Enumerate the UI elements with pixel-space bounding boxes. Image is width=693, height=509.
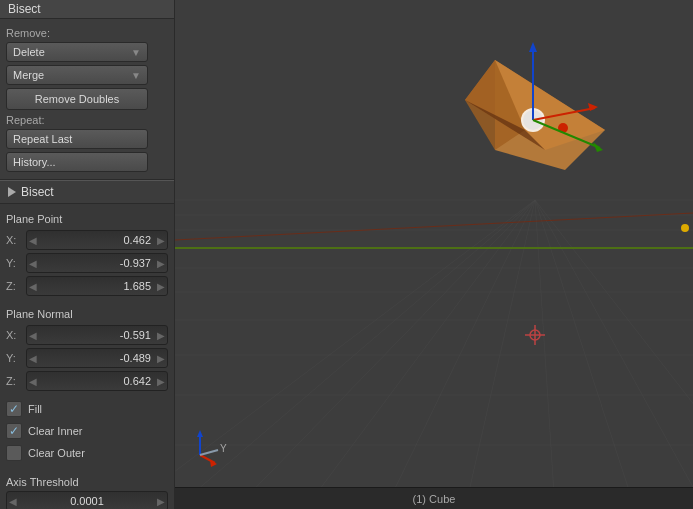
status-text: (1) Cube bbox=[413, 493, 456, 505]
nz-label: Z: bbox=[6, 375, 26, 387]
py-value: -0.937 bbox=[120, 257, 151, 269]
svg-rect-0 bbox=[175, 0, 693, 509]
pz-label: Z: bbox=[6, 280, 26, 292]
nz-input[interactable]: 0.642 bbox=[26, 371, 168, 391]
delete-dropdown[interactable]: Delete ▼ bbox=[6, 42, 148, 62]
px-value: 0.462 bbox=[123, 234, 151, 246]
history-label: History... bbox=[13, 156, 56, 168]
ny-input-wrapper: ◀ -0.489 ▶ bbox=[26, 348, 168, 368]
merge-label: Merge bbox=[13, 69, 44, 81]
status-bar: (1) Cube bbox=[175, 487, 693, 509]
plane-point-y-row: Y: ◀ -0.937 ▶ bbox=[6, 253, 168, 273]
clear-outer-checkbox[interactable] bbox=[6, 445, 22, 461]
nx-value: -0.591 bbox=[120, 329, 151, 341]
py-chevron-right-icon: ▶ bbox=[157, 258, 165, 269]
nx-chevron-left-icon: ◀ bbox=[29, 330, 37, 341]
axis-threshold-row: ◀ 0.0001 ▶ bbox=[6, 491, 168, 509]
px-chevron-right-icon: ▶ bbox=[157, 235, 165, 246]
axis-threshold-input-wrapper: ◀ 0.0001 ▶ bbox=[6, 491, 168, 509]
plane-normal-title: Plane Normal bbox=[6, 308, 168, 320]
clear-inner-checkbox[interactable] bbox=[6, 423, 22, 439]
axis-threshold-section: Axis Threshold ◀ 0.0001 ▶ bbox=[6, 476, 168, 509]
nx-chevron-right-icon: ▶ bbox=[157, 330, 165, 341]
left-panel: Bisect Remove: Delete ▼ Merge ▼ Remove D… bbox=[0, 0, 175, 509]
py-chevron-left-icon: ◀ bbox=[29, 258, 37, 269]
remove-doubles-button[interactable]: Remove Doubles bbox=[6, 88, 148, 110]
nx-label: X: bbox=[6, 329, 26, 341]
bisect-section-header[interactable]: Bisect bbox=[0, 180, 174, 204]
plane-normal-x-row: X: ◀ -0.591 ▶ bbox=[6, 325, 168, 345]
nx-input-wrapper: ◀ -0.591 ▶ bbox=[26, 325, 168, 345]
bisect-section-label: Bisect bbox=[21, 185, 54, 199]
nz-input-wrapper: ◀ 0.642 ▶ bbox=[26, 371, 168, 391]
clear-outer-label: Clear Outer bbox=[28, 447, 85, 459]
fill-label: Fill bbox=[28, 403, 42, 415]
viewport-grid: Y bbox=[175, 0, 693, 509]
remove-doubles-label: Remove Doubles bbox=[35, 93, 119, 105]
clear-inner-row[interactable]: Clear Inner bbox=[6, 422, 168, 440]
clear-outer-row[interactable]: Clear Outer bbox=[6, 444, 168, 462]
px-input-wrapper: ◀ 0.462 ▶ bbox=[26, 230, 168, 250]
fill-checkbox[interactable] bbox=[6, 401, 22, 417]
plane-point-z-row: Z: ◀ 1.685 ▶ bbox=[6, 276, 168, 296]
ny-chevron-right-icon: ▶ bbox=[157, 353, 165, 364]
plane-normal-z-row: Z: ◀ 0.642 ▶ bbox=[6, 371, 168, 391]
clear-inner-label: Clear Inner bbox=[28, 425, 82, 437]
ny-label: Y: bbox=[6, 352, 26, 364]
ny-chevron-left-icon: ◀ bbox=[29, 353, 37, 364]
repeat-label: Repeat: bbox=[6, 114, 168, 126]
nz-chevron-left-icon: ◀ bbox=[29, 376, 37, 387]
nz-chevron-right-icon: ▶ bbox=[157, 376, 165, 387]
axis-threshold-input[interactable]: 0.0001 bbox=[6, 491, 168, 509]
py-label: Y: bbox=[6, 257, 26, 269]
py-input[interactable]: -0.937 bbox=[26, 253, 168, 273]
repeat-last-label: Repeat Last bbox=[13, 133, 72, 145]
panel-header-title: Bisect bbox=[8, 2, 41, 16]
remove-label: Remove: bbox=[6, 27, 168, 39]
pz-input-wrapper: ◀ 1.685 ▶ bbox=[26, 276, 168, 296]
axis-threshold-value: 0.0001 bbox=[70, 495, 104, 507]
threshold-chevron-right-icon: ▶ bbox=[157, 496, 165, 507]
merge-dropdown[interactable]: Merge ▼ bbox=[6, 65, 148, 85]
panel-header: Bisect bbox=[0, 0, 174, 19]
threshold-chevron-left-icon: ◀ bbox=[9, 496, 17, 507]
nx-input[interactable]: -0.591 bbox=[26, 325, 168, 345]
svg-point-36 bbox=[681, 224, 689, 232]
px-input[interactable]: 0.462 bbox=[26, 230, 168, 250]
ny-value: -0.489 bbox=[120, 352, 151, 364]
delete-arrow-icon: ▼ bbox=[131, 47, 141, 58]
px-label: X: bbox=[6, 234, 26, 246]
py-input-wrapper: ◀ -0.937 ▶ bbox=[26, 253, 168, 273]
bisect-expand-icon bbox=[8, 187, 16, 197]
pz-value: 1.685 bbox=[123, 280, 151, 292]
plane-point-title: Plane Point bbox=[6, 213, 168, 225]
ny-input[interactable]: -0.489 bbox=[26, 348, 168, 368]
pz-chevron-left-icon: ◀ bbox=[29, 281, 37, 292]
pz-chevron-right-icon: ▶ bbox=[157, 281, 165, 292]
viewport[interactable]: Y (1) Cube bbox=[175, 0, 693, 509]
plane-point-x-row: X: ◀ 0.462 ▶ bbox=[6, 230, 168, 250]
repeat-last-button[interactable]: Repeat Last bbox=[6, 129, 148, 149]
delete-label: Delete bbox=[13, 46, 45, 58]
properties-area: Plane Point X: ◀ 0.462 ▶ Y: ◀ -0.937 ▶ bbox=[0, 204, 174, 509]
svg-text:Y: Y bbox=[220, 443, 227, 454]
px-chevron-left-icon: ◀ bbox=[29, 235, 37, 246]
fill-row[interactable]: Fill bbox=[6, 400, 168, 418]
history-button[interactable]: History... bbox=[6, 152, 148, 172]
top-section: Remove: Delete ▼ Merge ▼ Remove Doubles … bbox=[0, 19, 174, 180]
nz-value: 0.642 bbox=[123, 375, 151, 387]
merge-arrow-icon: ▼ bbox=[131, 70, 141, 81]
plane-normal-y-row: Y: ◀ -0.489 ▶ bbox=[6, 348, 168, 368]
axis-threshold-title: Axis Threshold bbox=[6, 476, 168, 488]
pz-input[interactable]: 1.685 bbox=[26, 276, 168, 296]
